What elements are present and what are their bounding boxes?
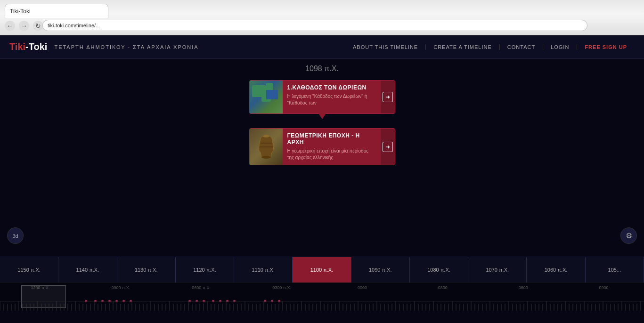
svg-point-1 [261,156,271,159]
ruler-seg-1[interactable]: 1140 π.Χ. [58,257,117,283]
ruler-seg-2[interactable]: 1130 π.Χ. [117,257,176,283]
card-arrow-1[interactable]: ➜ [381,81,395,113]
nav-login[interactable]: LOGIN [543,44,577,50]
ruler-tick-area: 1150 π.Χ. 1140 π.Χ. 1130 π.Χ. 1120 π.Χ. … [0,257,644,283]
nav-contact[interactable]: CONTACT [500,44,543,50]
card-desc-1: Η λεγόμενη "Κάθοδος των Δωριέων" ή "Κάθο… [287,93,376,106]
app-container: Tiki-Toki ΤΕΤΑΡΤΗ ΔΗΜΟΤΙΚΟΥ - ΣΤΑ ΑΡΧΑΙΑ… [0,35,644,323]
mini-label-4: 0000 [322,285,403,290]
timeline-ruler[interactable]: 1150 π.Χ. 1140 π.Χ. 1130 π.Χ. 1120 π.Χ. … [0,257,644,283]
address-text: tiki-toki.com/timeline/... [48,23,100,28]
brand-logo: Tiki-Toki [9,41,47,52]
card-title-1: 1.ΚΑΘΟΔΟΣ ΤΩΝ ΔΩΡΙΕΩΝ [287,84,376,91]
nav-about[interactable]: ABOUT THIS TIMELINE [345,44,426,50]
card-content-1: 1.ΚΑΘΟΔΟΣ ΤΩΝ ΔΩΡΙΕΩΝ Η λεγόμενη "Κάθοδο… [283,81,381,113]
back-button[interactable]: ← [5,21,15,31]
card-arrow-btn-1[interactable]: ➜ [383,92,393,102]
event-card-1[interactable]: 1.ΚΑΘΟΔΟΣ ΤΩΝ ΔΩΡΙΕΩΝ Η λεγόμενη "Κάθοδο… [249,80,395,114]
ruler-seg-0[interactable]: 1150 π.Χ. [0,257,58,283]
navbar-links: ABOUT THIS TIMELINE CREATE A TIMELINE CO… [345,44,635,50]
map-grid [250,81,283,113]
forward-button[interactable]: → [19,21,29,31]
tab-title: Tiki-Toki [10,8,31,15]
mini-labels: 1200 π.Χ. 0900 π.Χ. 0600 π.Χ. 0300 π.Χ. … [0,285,644,290]
mini-label-5: 0300 [402,285,483,290]
cards-area: 1.ΚΑΘΟΔΟΣ ΤΩΝ ΔΩΡΙΕΩΝ Η λεγόμενη "Κάθοδο… [0,80,644,250]
navbar-brand: Tiki-Toki ΤΕΤΑΡΤΗ ΔΗΜΟΤΙΚΟΥ - ΣΤΑ ΑΡΧΑΙΑ… [9,41,199,52]
3d-label: 3d [12,233,18,239]
ruler-seg-9[interactable]: 1060 π.Χ. [527,257,585,283]
browser-tab[interactable]: Tiki-Toki [5,4,108,18]
settings-button[interactable]: ⚙ [620,227,637,244]
ruler-seg-10[interactable]: 105... [586,257,644,283]
card-content-2: ΓΕΩΜΕΤΡΙΚΗ ΕΠΟΧΗ - Η ΑΡΧΗ Η γεωμετρική ε… [283,129,381,165]
timeline-main: 1098 π.Χ. 1.ΚΑΘΟΔΟΣ ΤΩΝ ΔΩΡΙΕΩΝ Η λεγόμε… [0,59,644,257]
browser-navigation: ← → ↻ [5,21,43,31]
mini-label-3: 0300 π.Χ. [242,285,322,290]
vase-svg [257,134,276,160]
settings-icon: ⚙ [626,231,632,240]
vase-container [250,129,283,165]
svg-point-0 [263,135,269,137]
nav-create[interactable]: CREATE A TIMELINE [426,44,500,50]
card-image-vase [250,129,283,165]
card-title-2: ΓΕΩΜΕΤΡΙΚΗ ΕΠΟΧΗ - Η ΑΡΧΗ [287,132,376,145]
card-image-map [250,81,283,113]
ruler-seg-3[interactable]: 1120 π.Χ. [176,257,234,283]
card-arrow-btn-2[interactable]: ➜ [383,142,393,152]
nav-signup[interactable]: FREE SIGN UP [577,44,635,50]
reload-button[interactable]: ↻ [33,21,43,31]
event-card-2[interactable]: ΓΕΩΜΕΤΡΙΚΗ ΕΠΟΧΗ - Η ΑΡΧΗ Η γεωμετρική ε… [249,128,395,165]
ruler-seg-5[interactable]: 1100 π.Χ. [293,257,351,283]
ruler-seg-7[interactable]: 1080 π.Χ. [410,257,468,283]
navbar: Tiki-Toki ΤΕΤΑΡΤΗ ΔΗΜΟΤΙΚΟΥ - ΣΤΑ ΑΡΧΑΙΑ… [0,35,644,59]
map-sea-1 [266,90,278,99]
mini-label-6: 0600 [483,285,563,290]
ruler-seg-8[interactable]: 1070 π.Χ. [468,257,527,283]
address-bar[interactable]: tiki-toki.com/timeline/... [42,20,587,31]
card-desc-2: Η γεωμετρική εποχή είναι μία περίοδος τη… [287,148,376,161]
mini-label-2: 0600 π.Χ. [161,285,242,290]
mini-timeline[interactable]: 1200 π.Χ. 0900 π.Χ. 0600 π.Χ. 0300 π.Χ. … [0,283,644,311]
ruler-seg-6[interactable]: 1090 π.Χ. [351,257,410,283]
center-year-label: 1098 π.Χ. [305,65,339,73]
brand-subtitle: ΤΕΤΑΡΤΗ ΔΗΜΟΤΙΚΟΥ - ΣΤΑ ΑΡΧΑΙΑ ΧΡΟΝΙΑ [54,44,198,50]
ruler-seg-4[interactable]: 1110 π.Χ. [234,257,293,283]
mini-label-7: 0900 [563,285,644,290]
card-arrow-2[interactable]: ➜ [381,129,395,165]
3d-button[interactable]: 3d [7,227,24,244]
tick-marks: // Generated via JS below [0,301,644,311]
mini-label-1: 0900 π.Χ. [81,285,161,290]
browser-chrome: Tiki-Toki ← → ↻ tiki-toki.com/timeline/.… [0,0,644,35]
